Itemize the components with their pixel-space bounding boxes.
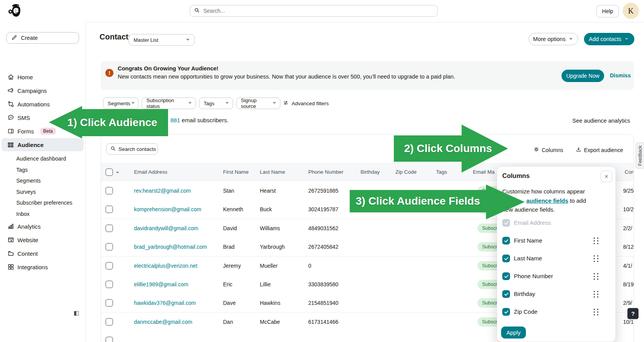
row-checkbox[interactable] <box>105 280 113 290</box>
help-beacon-button[interactable]: ? <box>627 308 639 319</box>
content-icon <box>7 250 14 257</box>
chevron-down-icon <box>568 36 574 43</box>
row-checkbox[interactable] <box>105 318 113 327</box>
advanced-filters-button[interactable]: Advanced filters <box>283 97 329 109</box>
automations-icon <box>7 101 14 108</box>
avatar[interactable]: K <box>623 3 639 19</box>
subscriber-count: 881 email subscribers. <box>170 117 228 123</box>
help-button[interactable]: Help <box>596 5 619 17</box>
filter-segments[interactable]: Segments <box>103 97 139 109</box>
sidebar: Create HomeCampaignsAutomationsSMSFormsB… <box>0 22 86 342</box>
cell-first-name: Brad <box>223 238 235 256</box>
column-header-phone-number: Phone Number <box>308 163 343 181</box>
row-checkbox[interactable] <box>105 224 113 234</box>
sidebar-item-integrations[interactable]: Integrations <box>2 260 84 274</box>
search-contacts-button[interactable]: Search contacts <box>106 143 158 155</box>
alert-icon: ! <box>105 69 113 77</box>
column-header-email-address: Email Address <box>134 163 167 181</box>
dismiss-button[interactable]: Dismiss <box>610 72 631 79</box>
form-icon <box>7 128 14 135</box>
sidebar-item-audience[interactable]: Audience <box>2 138 84 151</box>
cell-email[interactable]: elillie1989@gmail.com <box>134 275 188 294</box>
collapse-sidebar-icon[interactable]: ◧ <box>74 310 79 316</box>
annotation-text-2: 2) Click Columns <box>392 135 504 162</box>
drag-handle-icon[interactable] <box>594 309 599 315</box>
global-search <box>190 5 438 17</box>
feedback-tab[interactable]: Feedback <box>635 142 644 169</box>
sidebar-subitem-segments[interactable]: Segments <box>2 176 84 185</box>
cell-phone: 0 <box>308 256 311 275</box>
cell-last-name: Mueller <box>260 256 278 275</box>
chat-icon <box>7 114 14 121</box>
drag-handle-icon[interactable] <box>594 255 599 262</box>
sidebar-subitem-audience-dashboard[interactable]: Audience dashboard <box>2 154 84 163</box>
cell-first-name: Eric <box>223 275 232 294</box>
columns-button[interactable]: Columns <box>533 146 563 154</box>
annotation-arrow-right-icon <box>486 185 525 219</box>
filter-signup-source[interactable]: Signup source <box>236 97 280 109</box>
drag-handle-icon[interactable] <box>594 291 599 298</box>
more-options-button[interactable]: More options <box>529 33 578 45</box>
add-contacts-button[interactable]: Add contacts <box>584 33 634 45</box>
cell-email[interactable]: davidrandywill@gmail.com <box>134 219 198 238</box>
filter-subscription-status[interactable]: Subscription status <box>142 97 196 109</box>
sidebar-subitem-subscriber-preferences[interactable]: Subscriber preferences <box>2 198 84 207</box>
audience-icon <box>7 141 14 149</box>
row-checkbox[interactable] <box>105 187 113 196</box>
cell-last-name: Lillie <box>260 275 271 294</box>
upgrade-banner: ! Congrats On Growing Your Audience! New… <box>101 62 634 90</box>
field-checkbox[interactable] <box>502 272 510 280</box>
cell-date: 4/1/ <box>623 256 634 275</box>
cell-last-name: McCabe <box>260 313 280 331</box>
cell-email[interactable]: hawkidav376@gmail.com <box>134 294 196 312</box>
popup-field-list: Email AddressFirst NameLast NamePhone Nu… <box>497 214 616 322</box>
row-checkbox[interactable] <box>105 243 113 252</box>
cell-email[interactable]: electricalplus@verizon.net <box>134 256 197 275</box>
mailchimp-contacts-page: Help K Create HomeCampaignsAutomationsSM… <box>0 0 644 342</box>
filter-tags[interactable]: Tags <box>199 97 233 109</box>
drag-handle-icon[interactable] <box>594 273 599 280</box>
create-button[interactable]: Create <box>6 32 79 44</box>
sidebar-item-website[interactable]: Website <box>2 233 84 246</box>
field-checkbox[interactable] <box>502 308 510 316</box>
sidebar-subitem-inbox[interactable]: Inbox <box>2 209 84 219</box>
sidebar-item-campaigns[interactable]: Campaigns <box>2 84 84 97</box>
sidebar-subitem-tags[interactable]: Tags <box>2 165 84 174</box>
cell-email[interactable]: danmccabe@gmail.com <box>134 313 192 331</box>
bulk-actions-caret-icon[interactable] <box>115 169 120 176</box>
upgrade-now-button[interactable]: Upgrade Now <box>562 70 604 82</box>
drag-handle-icon[interactable] <box>594 238 599 244</box>
sidebar-item-content[interactable]: Content <box>2 247 84 260</box>
close-icon[interactable] <box>601 171 612 182</box>
cell-phone: 2672591885 <box>308 181 338 200</box>
popup-field-phone-number: Phone Number <box>497 267 616 285</box>
cell-date: 8/19 <box>623 275 634 294</box>
audience-fields-link[interactable]: audience fields <box>526 197 568 204</box>
apply-button[interactable]: Apply <box>501 327 526 339</box>
row-checkbox[interactable] <box>105 262 113 271</box>
sidebar-item-analytics[interactable]: Analytics <box>2 220 84 233</box>
row-checkbox[interactable] <box>105 337 113 342</box>
cell-first-name: Kenneth <box>223 200 243 219</box>
select-all-checkbox[interactable] <box>105 168 113 178</box>
annotation-text-3: 3) Click Audience Fields <box>348 190 488 212</box>
audience-list-select[interactable]: Master List <box>129 34 195 46</box>
popup-field-zip-code: Zip Code <box>497 303 616 321</box>
row-checkbox[interactable] <box>105 205 113 215</box>
cell-email[interactable]: komprehension@gmail.com <box>134 200 201 219</box>
mailchimp-logo-icon[interactable] <box>7 2 24 19</box>
field-checkbox[interactable] <box>502 237 510 245</box>
cell-email[interactable]: brad_yarbrough@hotmail.com <box>134 238 207 256</box>
field-checkbox[interactable] <box>502 255 510 262</box>
cell-last-name: Hearst <box>260 181 276 200</box>
row-checkbox[interactable] <box>105 299 113 308</box>
sidebar-item-home[interactable]: Home <box>2 70 84 84</box>
field-checkbox[interactable] <box>502 290 510 298</box>
search-input[interactable] <box>203 7 433 14</box>
cell-date: 8/12 <box>623 238 634 256</box>
export-audience-button[interactable]: Export audience <box>575 146 623 154</box>
chart-icon <box>7 223 14 230</box>
see-audience-analytics-link[interactable]: See audience analytics <box>572 118 630 124</box>
cell-email[interactable]: rev.hearst2@gmail.com <box>134 181 191 200</box>
sidebar-subitem-surveys[interactable]: Surveys <box>2 187 84 197</box>
